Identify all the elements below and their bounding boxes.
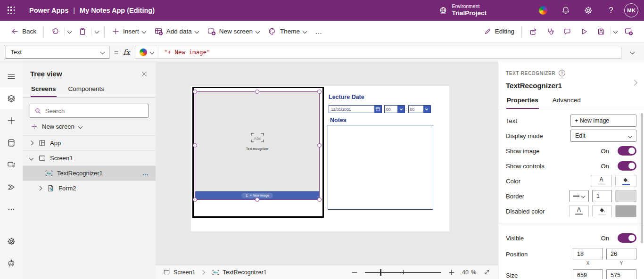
size-height-input[interactable] [606,269,636,279]
panel-scrollbar[interactable] [641,113,643,243]
date-picker-field[interactable]: 12/31/2001 [329,105,382,113]
text-property-input[interactable] [570,115,636,127]
hour-dropdown-button[interactable] [397,106,405,113]
add-data-button[interactable]: Add data [150,24,203,39]
position-x-input[interactable] [573,248,603,260]
selection-outline[interactable]: Abc Text recognizer + New image [195,91,320,200]
show-image-toggle[interactable] [618,146,636,156]
rail-more-button[interactable] [0,198,23,220]
theme-button[interactable]: Theme [264,24,311,39]
help-button[interactable]: ? [600,0,622,21]
tree-item-screen1[interactable]: Screen1 [23,150,156,165]
settings-button[interactable] [577,0,600,21]
rail-virtual-agent-button[interactable] [0,252,23,274]
border-color-swatch[interactable] [615,190,636,202]
resize-handle-w[interactable] [193,143,197,148]
disabled-fill-color-button[interactable] [592,205,612,217]
insert-button[interactable]: Insert [107,24,150,39]
waffle-menu-button[interactable] [0,0,23,21]
rail-power-automate-button[interactable] [0,176,23,198]
copilot-button[interactable] [532,0,554,21]
formula-copilot-button[interactable] [135,46,158,58]
paste-button[interactable] [74,24,91,39]
rail-menu-button[interactable] [0,65,23,87]
more-commands-button[interactable]: … [311,24,327,39]
rail-data-button[interactable] [0,131,23,154]
tab-advanced[interactable]: Advanced [552,96,581,109]
new-screen-button[interactable]: New screen [203,24,264,39]
formula-text[interactable]: "+ New image" [158,49,210,56]
tree-search-box[interactable] [30,104,149,118]
tree-item-textrecognizer1[interactable]: Abc TextRecognizer1 … [23,165,156,181]
border-style-select[interactable] [569,190,589,202]
paste-dropdown-button[interactable] [92,24,101,39]
fill-color-button[interactable] [615,175,636,187]
show-controls-toggle[interactable] [618,161,636,171]
resize-handle-e[interactable] [317,143,322,148]
preview-button[interactable] [576,24,593,39]
avatar[interactable]: MK [624,3,638,17]
undo-dropdown-button[interactable] [65,24,74,39]
tree-item-form2[interactable]: Form2 [23,181,156,196]
minute-dropdown[interactable]: 00 [408,105,431,113]
comments-button[interactable] [559,24,576,39]
resize-handle-s[interactable] [255,197,259,202]
search-input[interactable] [45,107,144,115]
display-mode-select[interactable]: Edit [570,130,636,142]
resize-handle-n[interactable] [255,90,259,94]
resize-handle-sw[interactable] [193,197,197,202]
rail-tree-view-button[interactable] [0,87,23,109]
editing-mode-button[interactable]: Editing [479,24,519,39]
breadcrumb-screen1[interactable]: Screen1 [163,269,196,276]
formula-bar-expand-button[interactable] [626,50,638,54]
save-button[interactable] [593,24,610,39]
resize-handle-se[interactable] [317,197,322,202]
tab-components[interactable]: Components [68,82,105,97]
close-tree-view-button[interactable] [140,70,148,78]
breadcrumb-textrecognizer1[interactable]: Abc TextRecognizer1 [212,269,267,276]
share-button[interactable] [525,24,542,39]
copilot-icon [539,6,547,15]
resize-handle-ne[interactable] [317,90,322,94]
back-button[interactable]: Back [7,24,41,39]
formula-input[interactable]: "+ New image" [135,46,621,59]
rail-media-button[interactable] [0,154,23,176]
calendar-button[interactable] [374,106,381,113]
collapse-panel-button[interactable] [632,79,636,86]
tree-item-app[interactable]: App [23,135,156,150]
hour-dropdown[interactable]: 00 [384,105,405,113]
tab-screens[interactable]: Screens [31,82,57,97]
disabled-font-color-button[interactable]: A [569,205,589,217]
tab-properties[interactable]: Properties [506,96,539,109]
notifications-button[interactable] [554,0,577,21]
save-dropdown-button[interactable] [611,24,620,39]
help-circle-icon[interactable]: ? [559,70,565,76]
rail-insert-button[interactable] [0,109,23,131]
rail-settings-button[interactable] [0,230,23,252]
undo-button[interactable] [47,24,64,39]
zoom-in-button[interactable] [448,269,455,276]
app-checker-button[interactable] [542,24,559,39]
fit-to-window-button[interactable] [483,269,490,276]
properties-panel: TEXT RECOGNIZER ? TextRecognizer1 Proper… [498,62,644,279]
app-screen-canvas[interactable]: Abc Text recognizer + New image [191,86,449,231]
environment-picker[interactable]: Environment TrialProject [438,3,487,17]
font-color-button[interactable]: A [591,175,612,187]
notes-text-input[interactable] [328,125,433,210]
zoom-slider[interactable] [365,272,441,273]
visible-toggle[interactable] [618,233,636,243]
resize-handle-nw[interactable] [193,90,197,94]
zoom-slider-handle[interactable] [380,269,381,276]
text-recognizer-control[interactable]: Abc Text recognizer + New image [192,87,324,218]
item-more-button[interactable]: … [142,170,156,177]
zoom-out-button[interactable] [351,269,358,276]
tree-new-screen-button[interactable]: New screen [23,118,156,135]
disabled-border-swatch[interactable] [615,205,636,217]
border-width-input[interactable] [592,190,612,202]
property-selector[interactable]: Text [6,46,109,59]
position-y-input[interactable] [606,248,636,260]
size-width-input[interactable] [573,269,603,279]
add-data-label: Add data [166,28,192,35]
minute-dropdown-button[interactable] [423,106,430,113]
publish-button[interactable] [620,24,637,39]
